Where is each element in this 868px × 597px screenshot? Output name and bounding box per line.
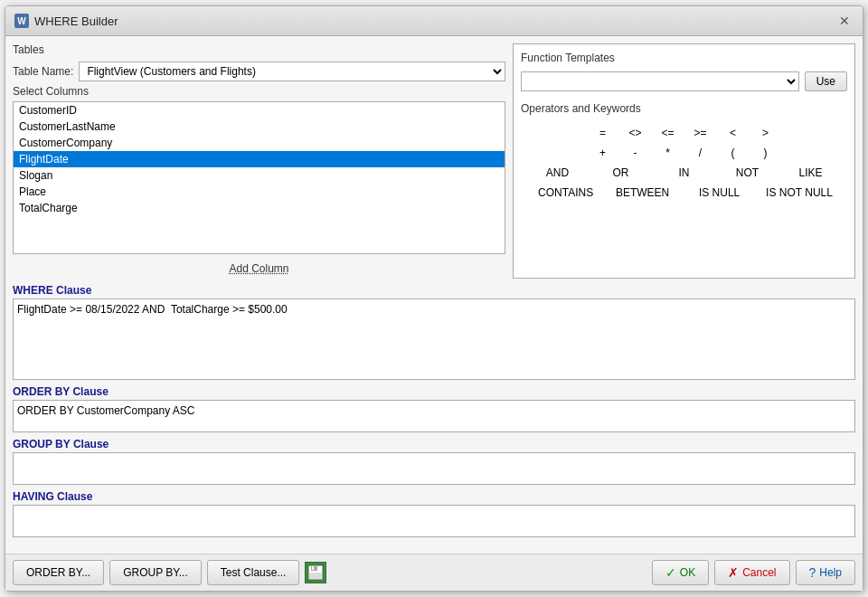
- top-row: Tables Table Name: FlightView (Customers…: [13, 43, 855, 279]
- operators-grid: = <> <= >= < > + - * / ( ): [521, 124, 847, 202]
- save-button[interactable]: [305, 562, 326, 583]
- op-lte[interactable]: <=: [652, 124, 684, 142]
- op-open-paren[interactable]: (: [717, 144, 750, 162]
- op-eq[interactable]: =: [587, 124, 619, 142]
- order-by-button[interactable]: ORDER BY...: [13, 560, 104, 585]
- dialog-icon: W: [14, 14, 29, 28]
- right-panel: Function Templates Use Operators and Key…: [513, 43, 855, 279]
- help-label: Help: [819, 566, 842, 579]
- op-ne[interactable]: <>: [619, 124, 652, 142]
- function-templates-label: Function Templates: [521, 52, 847, 64]
- cancel-label: Cancel: [742, 566, 776, 579]
- orderby-clause-section: ORDER BY Clause: [13, 385, 855, 432]
- cancel-button[interactable]: ✗ Cancel: [714, 560, 789, 585]
- use-button[interactable]: Use: [805, 71, 847, 91]
- ok-label: OK: [680, 566, 695, 579]
- help-icon: ?: [809, 565, 816, 580]
- column-item-customerid[interactable]: CustomerID: [14, 102, 505, 118]
- op-row-2: + - * / ( ): [521, 144, 847, 162]
- op-close-paren[interactable]: ): [750, 144, 782, 162]
- test-clause-button[interactable]: Test Clause...: [207, 560, 300, 585]
- column-item-customerlastname[interactable]: CustomerLastName: [14, 118, 505, 135]
- op-row-1: = <> <= >= < >: [521, 124, 847, 142]
- table-name-label: Table Name:: [13, 65, 73, 78]
- where-builder-dialog: W WHERE Builder ✕ Tables Table Name: Fli…: [5, 5, 863, 592]
- op-plus[interactable]: +: [587, 144, 619, 162]
- groupby-clause-label: GROUP BY Clause: [13, 438, 855, 450]
- op-like[interactable]: LIKE: [779, 164, 843, 182]
- op-is-not-null[interactable]: IS NOT NULL: [758, 184, 841, 202]
- cancel-xmark: ✗: [728, 565, 739, 580]
- op-and[interactable]: AND: [526, 164, 590, 182]
- function-templates-select[interactable]: [521, 71, 799, 91]
- groupby-clause-section: GROUP BY Clause: [13, 438, 855, 485]
- add-column-row: Add Column: [13, 258, 505, 279]
- op-row-4: CONTAINS BETWEEN IS NULL IS NOT NULL: [521, 184, 847, 202]
- table-name-row: Table Name: FlightView (Customers and Fl…: [13, 62, 505, 81]
- table-name-select[interactable]: FlightView (Customers and Flights): [79, 62, 505, 81]
- columns-list: CustomerID CustomerLastName CustomerComp…: [13, 101, 505, 254]
- op-multiply[interactable]: *: [652, 144, 684, 162]
- where-clause-label: WHERE Clause: [13, 284, 855, 297]
- tables-label: Tables: [13, 43, 505, 56]
- bottom-bar: ORDER BY... GROUP BY... Test Clause... ✓…: [5, 554, 863, 591]
- ok-checkmark: ✓: [665, 565, 676, 580]
- column-item-flightdate[interactable]: FlightDate: [14, 151, 505, 167]
- op-not[interactable]: NOT: [716, 164, 779, 182]
- op-contains[interactable]: CONTAINS: [527, 184, 604, 202]
- help-button[interactable]: ? Help: [796, 560, 855, 585]
- column-item-place[interactable]: Place: [14, 184, 505, 200]
- function-templates-row: Use: [521, 71, 847, 91]
- op-divide[interactable]: /: [684, 144, 717, 162]
- op-or[interactable]: OR: [590, 164, 653, 182]
- column-item-slogan[interactable]: Slogan: [14, 167, 505, 184]
- operators-label: Operators and Keywords: [521, 102, 847, 115]
- group-by-button[interactable]: GROUP BY...: [109, 560, 202, 585]
- dialog-body: Tables Table Name: FlightView (Customers…: [5, 36, 863, 554]
- op-lt[interactable]: <: [717, 124, 750, 142]
- where-clause-textarea[interactable]: [13, 298, 855, 380]
- title-bar: W WHERE Builder ✕: [5, 6, 863, 36]
- op-row-3: AND OR IN NOT LIKE: [521, 164, 847, 182]
- add-column-button[interactable]: Add Column: [229, 262, 288, 275]
- left-panel: Tables Table Name: FlightView (Customers…: [13, 43, 505, 279]
- op-gte[interactable]: >=: [684, 124, 717, 142]
- orderby-clause-label: ORDER BY Clause: [13, 385, 855, 398]
- op-minus[interactable]: -: [619, 144, 652, 162]
- groupby-clause-textarea[interactable]: [13, 452, 855, 485]
- where-clause-section: WHERE Clause: [13, 284, 855, 380]
- having-clause-label: HAVING Clause: [13, 490, 855, 503]
- close-button[interactable]: ✕: [835, 12, 854, 30]
- select-columns-label: Select Columns: [13, 85, 505, 98]
- op-between[interactable]: BETWEEN: [604, 184, 681, 202]
- having-clause-textarea[interactable]: [13, 505, 855, 537]
- svg-rect-3: [312, 566, 314, 570]
- title-bar-left: W WHERE Builder: [14, 14, 118, 28]
- dialog-title: WHERE Builder: [34, 14, 118, 28]
- op-gt[interactable]: >: [750, 124, 782, 142]
- svg-rect-2: [309, 573, 322, 579]
- column-item-customercompany[interactable]: CustomerCompany: [14, 135, 505, 151]
- column-item-totalcharge[interactable]: TotalCharge: [14, 200, 505, 216]
- orderby-clause-textarea[interactable]: [13, 400, 855, 432]
- having-clause-section: HAVING Clause: [13, 490, 855, 537]
- op-is-null[interactable]: IS NULL: [681, 184, 758, 202]
- ok-button[interactable]: ✓ OK: [652, 560, 709, 585]
- op-in[interactable]: IN: [653, 164, 716, 182]
- save-icon: [307, 564, 325, 582]
